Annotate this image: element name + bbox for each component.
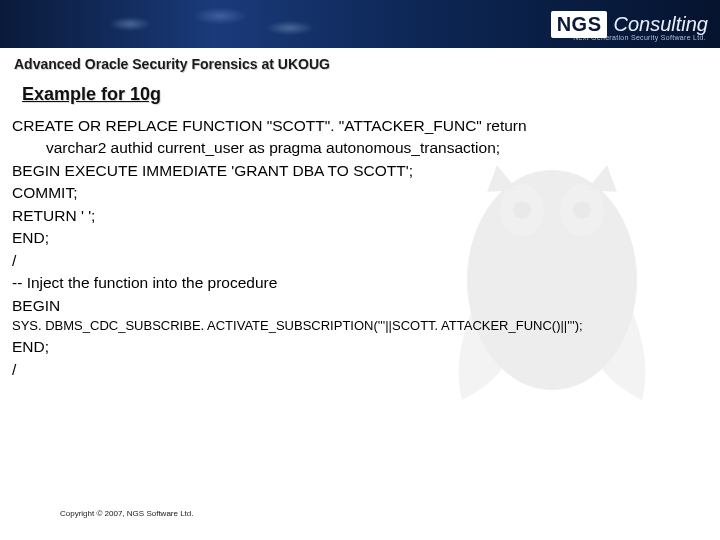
code-line: / <box>12 359 708 381</box>
copyright-text: Copyright © 2007, NGS Software Ltd. <box>60 509 194 518</box>
code-line: END; <box>12 227 708 249</box>
logo-main-text: NGS <box>551 11 608 38</box>
code-line: END; <box>12 336 708 358</box>
logo-secondary-text: Consulting <box>613 13 708 36</box>
slide-subtitle: Advanced Oracle Security Forensics at UK… <box>0 48 720 76</box>
code-line: varchar2 authid current_user as pragma a… <box>12 137 708 159</box>
code-line: RETURN ' '; <box>12 205 708 227</box>
code-line: -- Inject the function into the procedur… <box>12 272 708 294</box>
code-line: CREATE OR REPLACE FUNCTION "SCOTT". "ATT… <box>12 115 708 137</box>
slide-title: Example for 10g <box>0 76 720 115</box>
code-line: BEGIN EXECUTE IMMEDIATE 'GRANT DBA TO SC… <box>12 160 708 182</box>
header-banner: NGS Consulting Next Generation Security … <box>0 0 720 48</box>
code-line: / <box>12 250 708 272</box>
code-line: SYS. DBMS_CDC_SUBSCRIBE. ACTIVATE_SUBSCR… <box>12 317 708 336</box>
logo: NGS Consulting <box>551 11 708 38</box>
code-line: COMMIT; <box>12 182 708 204</box>
code-line: BEGIN <box>12 295 708 317</box>
code-block: CREATE OR REPLACE FUNCTION "SCOTT". "ATT… <box>0 115 720 381</box>
